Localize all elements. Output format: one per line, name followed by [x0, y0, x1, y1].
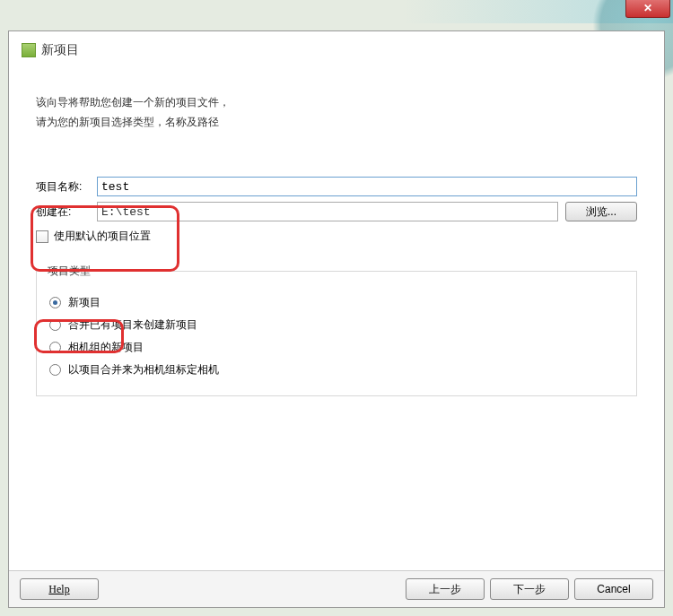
- app-icon: [22, 43, 36, 57]
- radio-icon[interactable]: [49, 319, 61, 331]
- intro-line: 请为您的新项目选择类型，名称及路径: [36, 113, 637, 133]
- radio-icon[interactable]: [49, 297, 61, 308]
- dialog-header: 新项目: [9, 31, 664, 66]
- radio-new-project[interactable]: 新项目: [49, 295, 624, 310]
- radio-label: 相机组的新项目: [68, 340, 144, 355]
- radio-label: 以项目合并来为相机组标定相机: [68, 362, 219, 377]
- radio-camera-group[interactable]: 相机组的新项目: [49, 340, 624, 355]
- titlebar: ✕: [0, 0, 673, 23]
- radio-label: 合并已有项目来创建新项目: [68, 317, 197, 333]
- radio-icon[interactable]: [49, 342, 61, 353]
- default-location-row[interactable]: 使用默认的项目位置: [36, 229, 637, 244]
- project-path-row: 创建在: 浏览...: [36, 202, 637, 221]
- radio-calibrate-camera[interactable]: 以项目合并来为相机组标定相机: [49, 362, 624, 377]
- next-button[interactable]: 下一步: [490, 578, 569, 600]
- project-path-label: 创建在:: [36, 204, 97, 220]
- project-type-legend: 项目类型: [44, 264, 94, 279]
- dialog-window: 新项目 该向导将帮助您创建一个新的项目文件， 请为您的新项目选择类型，名称及路径…: [8, 30, 665, 608]
- close-button[interactable]: ✕: [625, 0, 670, 18]
- radio-label: 新项目: [68, 295, 101, 310]
- project-name-input[interactable]: [97, 177, 637, 196]
- intro-line: 该向导将帮助您创建一个新的项目文件，: [36, 93, 637, 113]
- project-type-group: 项目类型 新项目 合并已有项目来创建新项目 相机组的新项目 以项目合并来为相机组…: [36, 271, 637, 396]
- button-bar: Help 上一步 下一步 Cancel: [9, 570, 664, 607]
- dialog-content: 该向导将帮助您创建一个新的项目文件， 请为您的新项目选择类型，名称及路径 项目名…: [9, 66, 664, 570]
- intro-text: 该向导将帮助您创建一个新的项目文件， 请为您的新项目选择类型，名称及路径: [36, 93, 637, 132]
- project-name-row: 项目名称:: [36, 177, 637, 196]
- radio-merge-project[interactable]: 合并已有项目来创建新项目: [49, 317, 624, 333]
- cancel-button[interactable]: Cancel: [574, 578, 653, 600]
- browse-button[interactable]: 浏览...: [565, 202, 637, 221]
- dialog-title: 新项目: [41, 42, 79, 58]
- radio-icon[interactable]: [49, 364, 61, 376]
- project-name-label: 项目名称:: [36, 179, 97, 195]
- help-button[interactable]: Help: [20, 578, 99, 600]
- prev-button[interactable]: 上一步: [406, 578, 485, 600]
- project-path-input[interactable]: [97, 202, 558, 221]
- checkbox-icon[interactable]: [36, 230, 48, 243]
- default-location-label: 使用默认的项目位置: [54, 229, 151, 244]
